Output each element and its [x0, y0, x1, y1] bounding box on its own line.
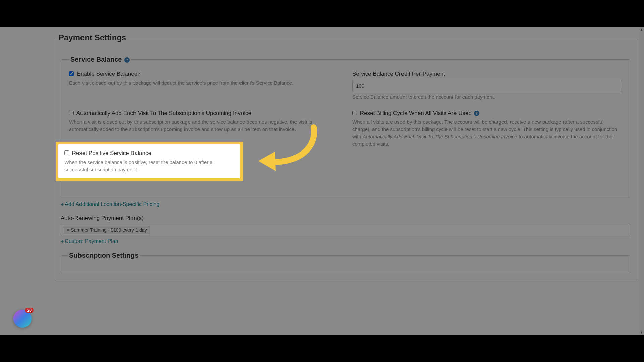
- credit-per-payment-desc: Service Balance amount to credit the acc…: [352, 93, 622, 101]
- auto-renew-heading: Auto-Renewing Payment Plan(s): [61, 215, 630, 222]
- subscription-settings-legend: Subscription Settings: [68, 252, 140, 259]
- vertical-scrollbar[interactable]: ▲ ▼: [639, 27, 644, 335]
- letterbox-bottom: [0, 335, 644, 362]
- enable-service-balance-option[interactable]: Enable Service Balance?: [69, 71, 141, 77]
- help-icon[interactable]: ?: [474, 111, 479, 116]
- service-balance-legend-text: Service Balance: [70, 56, 122, 63]
- remove-tag-icon[interactable]: ×: [67, 227, 69, 233]
- enable-service-balance-block: Enable Service Balance? Each visit close…: [69, 70, 339, 101]
- letterbox-top: [0, 0, 644, 27]
- auto-add-visit-option[interactable]: Automatically Add Each Visit To The Subs…: [69, 110, 251, 116]
- reset-cycle-block: Reset Billing Cycle When All Visits Are …: [352, 109, 622, 148]
- payment-plan-tag-label: Summer Training - $100 every 1 day: [71, 227, 147, 233]
- reset-positive-balance-desc: When the service balance is positive, re…: [64, 159, 234, 173]
- auto-add-visit-label: Automatically Add Each Visit To The Subs…: [76, 110, 251, 116]
- enable-service-balance-checkbox[interactable]: [69, 71, 74, 76]
- add-location-pricing-link[interactable]: +Add Additional Location-Specific Pricin…: [61, 201, 159, 207]
- app-canvas: ▲ ▼ Payment Settings Service Balance ? E…: [0, 27, 644, 335]
- scroll-down-arrow-icon[interactable]: ▼: [639, 330, 644, 335]
- row-enable-credit: Enable Service Balance? Each visit close…: [69, 70, 622, 101]
- payment-plan-tag[interactable]: ×Summer Training - $100 every 1 day: [64, 226, 150, 234]
- page-title: Payment Settings: [59, 33, 128, 42]
- enable-service-balance-desc: Each visit closed-out by this package wi…: [69, 79, 339, 87]
- credit-per-payment-block: Service Balance Credit Per-Payment Servi…: [352, 70, 622, 101]
- subscription-settings-fieldset: Subscription Settings: [61, 252, 630, 273]
- credit-per-payment-input[interactable]: [352, 80, 622, 92]
- auto-add-visit-checkbox[interactable]: [69, 111, 74, 115]
- notification-count-badge: 20: [25, 308, 34, 313]
- custom-payment-plan-link[interactable]: +Custom Payment Plan: [61, 238, 118, 244]
- service-balance-legend: Service Balance ?: [69, 56, 131, 63]
- plus-icon: +: [61, 238, 64, 244]
- add-location-pricing-label: Add Additional Location-Specific Pricing: [65, 201, 159, 207]
- reset-cycle-option[interactable]: Reset Billing Cycle When All Visits Are …: [352, 110, 479, 116]
- reset-positive-balance-option[interactable]: Reset Positive Service Balance: [64, 150, 151, 156]
- reset-cycle-checkbox[interactable]: [352, 111, 357, 115]
- reset-positive-balance-checkbox[interactable]: [64, 150, 69, 155]
- reset-cycle-desc: When all visits are used by this package…: [352, 118, 622, 147]
- reset-cycle-label: Reset Billing Cycle When All Visits Are …: [360, 110, 472, 116]
- enable-service-balance-label: Enable Service Balance?: [77, 71, 141, 77]
- reset-cycle-desc-em: Automatically Add Each Visit To The Subs…: [363, 134, 517, 139]
- plus-icon: +: [61, 201, 64, 207]
- reset-positive-balance-label: Reset Positive Service Balance: [72, 150, 151, 156]
- credit-per-payment-label: Service Balance Credit Per-Payment: [352, 70, 622, 78]
- auto-add-visit-desc: When a visit is closed out by this subsc…: [69, 118, 339, 133]
- custom-payment-plan-label: Custom Payment Plan: [65, 238, 118, 244]
- auto-renew-tag-input[interactable]: ×Summer Training - $100 every 1 day: [61, 224, 630, 236]
- reset-positive-balance-highlight: Reset Positive Service Balance When the …: [56, 142, 243, 181]
- help-widget-button[interactable]: 20: [13, 310, 32, 328]
- scroll-up-arrow-icon[interactable]: ▲: [639, 27, 644, 32]
- help-icon[interactable]: ?: [124, 57, 130, 63]
